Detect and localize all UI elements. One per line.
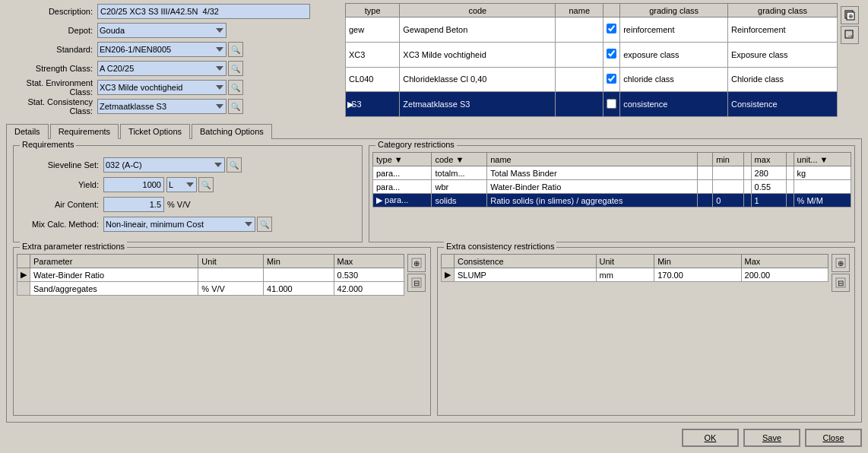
ec-remove-btn[interactable]: ⊟ — [832, 274, 850, 292]
svg-text:⊕: ⊕ — [838, 259, 844, 268]
copy-down-btn[interactable]: → — [841, 26, 859, 44]
col-col6-header: grading class — [728, 4, 838, 17]
col-col5-header: grading class — [620, 4, 728, 17]
extra-cons-table: Consistence Unit Min Max ▶ SLUMP — [441, 254, 828, 282]
air-content-input[interactable] — [103, 197, 164, 212]
yield-unit-select[interactable]: L — [166, 177, 197, 192]
cell-code: Zetmaatklasse S3 — [400, 92, 556, 117]
save-button[interactable]: Save — [743, 429, 800, 447]
ep-col-min: Min — [264, 255, 334, 268]
strength-select[interactable]: A C20/25 — [97, 61, 227, 76]
table-row[interactable]: gew Gewapend Beton reinforcement Reinfor… — [346, 17, 838, 43]
close-label: Close — [822, 433, 844, 442]
cat-col-min2 — [743, 153, 751, 166]
svg-text:⊟: ⊟ — [413, 279, 420, 287]
cell-check[interactable] — [603, 67, 620, 92]
ep-remove-btn[interactable]: ⊟ — [407, 274, 426, 292]
sieveline-search-btn[interactable]: 🔍 — [227, 157, 242, 173]
table-row[interactable]: CL040 Chlorideklasse Cl 0,40 chloride cl… — [346, 67, 838, 92]
tab-requirements[interactable]: Requirements — [50, 124, 119, 139]
table-row-selected[interactable]: ▶ S3 Zetmaatklasse S3 consistence Consis… — [346, 92, 838, 117]
cell-name — [556, 17, 603, 43]
standard-search-btn[interactable]: 🔍 — [228, 42, 243, 57]
table-row-selected[interactable]: ▶ para... solids Ratio solids (in slimes… — [373, 194, 851, 207]
cell-col5: exposure class — [620, 42, 728, 67]
extra-param-table: Parameter Unit Min Max ▶ Water-Binder Ra… — [17, 254, 404, 296]
ec-col-min: Min — [654, 255, 741, 268]
requirements-title: Requirements — [20, 140, 76, 149]
sieveline-select[interactable]: 032 (A-C) — [103, 157, 225, 173]
strength-search-btn[interactable]: 🔍 — [228, 61, 243, 76]
cell-code: totalm... — [432, 166, 487, 180]
yield-search-btn[interactable]: 🔍 — [198, 177, 214, 192]
category-restrictions-table: type ▼ code ▼ name min max unit... ▼ — [372, 152, 851, 207]
ec-col-unit: Unit — [596, 255, 654, 268]
col-type-header: type — [346, 4, 400, 17]
depot-select[interactable]: Gouda — [97, 23, 227, 38]
stat-env-select[interactable]: XC3 Milde vochtigheid — [97, 80, 227, 95]
extra-cons-title: Extra consistency restrictions — [444, 242, 556, 251]
mix-calc-search-btn[interactable]: 🔍 — [257, 217, 272, 232]
extra-param-title: Extra parameter restrictions — [20, 242, 127, 251]
cat-col-min: min — [713, 153, 743, 166]
cell-type: ▶ para... — [373, 194, 432, 207]
tab-content-requirements: Requirements Sieveline Set: 032 (A-C) 🔍 … — [6, 138, 862, 423]
cell-check[interactable] — [603, 92, 620, 117]
close-button[interactable]: Close — [805, 429, 862, 447]
extra-param-box: Extra parameter restrictions Parameter U… — [13, 247, 431, 416]
cell-type: ▶ S3 — [346, 92, 400, 117]
ok-label: OK — [705, 433, 717, 442]
ok-button[interactable]: OK — [682, 429, 739, 447]
cell-check[interactable] — [603, 42, 620, 67]
ep-cell-max: 0.530 — [334, 268, 404, 282]
table-row[interactable]: para... wbr Water-Binder Ratio 0.55 — [373, 180, 851, 194]
cell-max: 1 — [751, 194, 786, 207]
tab-details[interactable]: Details — [6, 124, 49, 139]
ep-cell-min: 41.000 — [264, 282, 334, 296]
table-row[interactable]: Sand/aggregates % V/V 41.000 42.000 — [17, 282, 404, 296]
table-row[interactable]: XC3 XC3 Milde vochtigheid exposure class… — [346, 42, 838, 67]
cell-empty — [698, 166, 713, 180]
ec-add-btn[interactable]: ⊕ — [832, 254, 850, 272]
tab-ticket-options[interactable]: Ticket Options — [120, 124, 190, 139]
yield-label: Yield: — [20, 180, 103, 189]
stat-cons-select[interactable]: Zetmaatklasse S3 — [97, 99, 227, 114]
save-label: Save — [762, 433, 781, 442]
bottom-bar: OK Save Close — [0, 423, 868, 453]
extra-cons-box: Extra consistency restrictions Consisten… — [437, 247, 855, 416]
category-restrictions-title: Category restrictions — [375, 140, 457, 149]
ep-cell-unit — [198, 268, 264, 282]
ep-cell-min — [264, 268, 334, 282]
cat-col-name: name — [487, 153, 698, 166]
table-row[interactable]: ▶ Water-Binder Ratio 0.530 — [17, 268, 404, 282]
ec-col-arrow — [442, 255, 455, 268]
cell-empty3 — [786, 166, 794, 180]
copy-up-btn[interactable]: ⊕ — [841, 6, 859, 24]
cell-unit: kg — [794, 166, 851, 180]
cat-col-name2 — [698, 153, 713, 166]
ep-cell-unit: % V/V — [198, 282, 264, 296]
cell-empty — [698, 194, 713, 207]
cell-unit: % M/M — [794, 194, 851, 207]
air-content-unit: % V/V — [164, 200, 191, 209]
standard-select[interactable]: EN206-1/NEN8005 — [97, 42, 227, 57]
cell-type: gew — [346, 17, 400, 43]
cell-col6: Exposure class — [728, 42, 838, 67]
cell-type: para... — [373, 166, 432, 180]
category-restrictions-box: Category restrictions type ▼ code ▼ name… — [369, 145, 855, 242]
table-row[interactable]: ▶ SLUMP mm 170.00 200.00 — [442, 268, 828, 282]
ec-cell-cons: SLUMP — [455, 268, 597, 282]
ep-cell-param: Sand/aggregates — [30, 282, 198, 296]
description-input[interactable] — [97, 4, 310, 19]
stat-env-search-btn[interactable]: 🔍 — [228, 80, 243, 95]
yield-input[interactable] — [103, 177, 164, 192]
stat-cons-search-btn[interactable]: 🔍 — [228, 99, 243, 114]
mix-calc-select[interactable]: Non-lineair, minimum Cost — [103, 217, 255, 232]
cell-check[interactable] — [603, 17, 620, 43]
ep-add-btn[interactable]: ⊕ — [407, 254, 426, 272]
ec-cell-min: 170.00 — [654, 268, 741, 282]
table-row[interactable]: para... totalm... Total Mass Binder 280 … — [373, 166, 851, 180]
cell-col5: chloride class — [620, 67, 728, 92]
ec-cell-max: 200.00 — [741, 268, 828, 282]
tab-batching-options[interactable]: Batching Options — [192, 124, 272, 139]
